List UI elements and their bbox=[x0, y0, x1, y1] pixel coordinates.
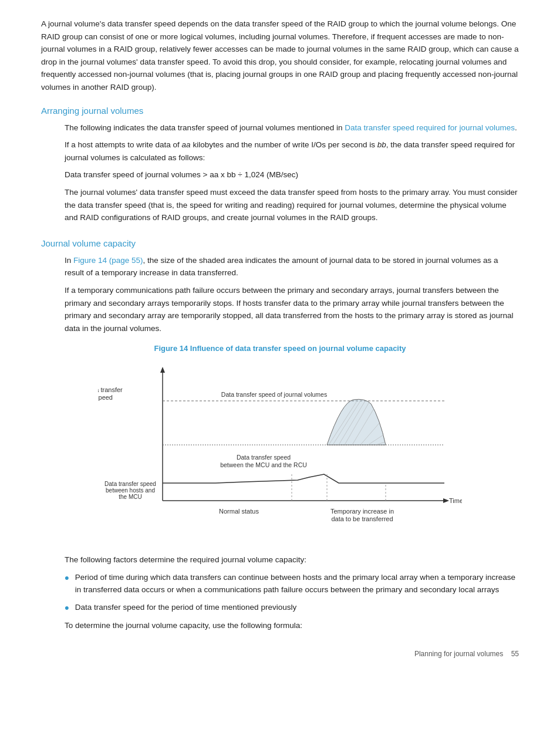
section1-formula: Data transfer speed of journal volumes >… bbox=[65, 168, 519, 181]
svg-text:Data transfer: Data transfer bbox=[98, 386, 123, 393]
svg-text:speed: speed bbox=[98, 394, 113, 401]
section1-para1-suffix: . bbox=[515, 123, 517, 132]
footer-page-number: 55 bbox=[511, 650, 519, 658]
footer-section-label: Planning for journal volumes bbox=[414, 650, 503, 658]
section1-para1: The following indicates the data transfe… bbox=[65, 121, 519, 134]
section2-para2: If a temporary communications path failu… bbox=[65, 284, 519, 335]
section1-para3: The journal volumes' data transfer speed… bbox=[65, 186, 519, 224]
bullet-list: • Period of time during which data trans… bbox=[65, 571, 519, 615]
svg-text:data to be transferred: data to be transferred bbox=[331, 515, 393, 522]
svg-text:Data transfer speed: Data transfer speed bbox=[104, 481, 156, 487]
figure14-link[interactable]: Figure 14 (page 55) bbox=[73, 256, 143, 265]
bullet-item-2: • Data transfer speed for the period of … bbox=[65, 601, 519, 615]
page-footer: Planning for journal volumes 55 bbox=[41, 650, 519, 658]
data-transfer-speed-link[interactable]: Data transfer speed required for journal… bbox=[345, 123, 515, 132]
svg-text:the MCU: the MCU bbox=[119, 494, 141, 500]
bullet-dot-1: • bbox=[65, 572, 69, 585]
svg-text:Temporary increase in: Temporary increase in bbox=[330, 508, 394, 515]
section-arranging-volumes: Arranging journal volumes The following … bbox=[41, 106, 519, 224]
bullet-item-1: • Period of time during which data trans… bbox=[65, 571, 519, 596]
intro-paragraph: A journal volume's data transfer speed d… bbox=[41, 18, 519, 94]
section2-para1: In Figure 14 (page 55), the size of the … bbox=[65, 254, 519, 279]
bullet-text-2: Data transfer speed for the period of ti… bbox=[75, 601, 296, 614]
figure14-chart: Data transfer speed Time Data transfer s… bbox=[98, 360, 462, 542]
figure-title: Figure 14 Influence of data transfer spe… bbox=[41, 344, 519, 353]
svg-text:Time: Time bbox=[449, 497, 462, 504]
svg-text:Data transfer speed of journal: Data transfer speed of journal volumes bbox=[221, 391, 327, 398]
section1-para2: If a host attempts to write data of aa k… bbox=[65, 139, 519, 164]
bullet-dot-2: • bbox=[65, 602, 69, 615]
section2-heading: Journal volume capacity bbox=[41, 238, 519, 248]
bullet-text-1: Period of time during which data transfe… bbox=[75, 571, 519, 596]
section2-para4: To determine the journal volume capacity… bbox=[65, 619, 519, 632]
svg-text:Data transfer speed: Data transfer speed bbox=[237, 454, 291, 461]
svg-marker-5 bbox=[443, 498, 449, 503]
section1-heading: Arranging journal volumes bbox=[41, 106, 519, 116]
section2-para1-prefix: In bbox=[65, 256, 73, 265]
svg-text:between the MCU and the RCU: between the MCU and the RCU bbox=[220, 461, 307, 468]
section-journal-capacity: Journal volume capacity In Figure 14 (pa… bbox=[41, 238, 519, 632]
section2-para3: The following factors determine the requ… bbox=[65, 553, 519, 566]
svg-text:between hosts and: between hosts and bbox=[106, 487, 155, 494]
section1-para1-prefix: The following indicates the data transfe… bbox=[65, 123, 345, 132]
svg-text:Normal status: Normal status bbox=[219, 508, 259, 515]
svg-marker-3 bbox=[160, 367, 165, 373]
